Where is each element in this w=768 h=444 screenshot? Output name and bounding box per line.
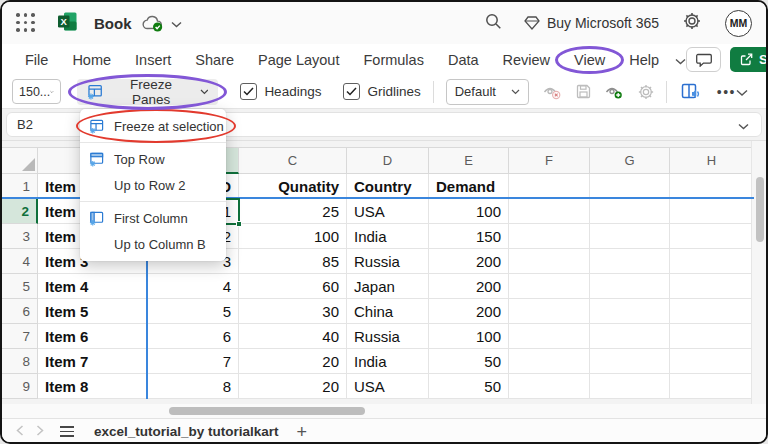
cell-C8[interactable]: 20 <box>239 349 347 374</box>
buy-microsoft-365-button[interactable]: Buy Microsoft 365 <box>524 15 659 31</box>
cell-G7[interactable] <box>590 324 670 349</box>
cell-H1[interactable] <box>670 174 754 199</box>
column-header-H[interactable]: H <box>670 147 754 174</box>
cell-C6[interactable]: 30 <box>239 299 347 324</box>
menu-chevron-down-icon[interactable] <box>675 51 686 69</box>
sheet-tab-active[interactable]: excel_tutorial_by tutorialkart <box>90 419 283 444</box>
search-icon[interactable] <box>485 13 502 34</box>
column-header-G[interactable]: G <box>590 147 670 174</box>
row-header-6[interactable]: 6 <box>2 299 38 324</box>
cell-D8[interactable]: India <box>347 349 429 374</box>
cell-H8[interactable] <box>670 349 754 374</box>
column-header-C[interactable]: C <box>239 147 347 174</box>
menu-item-freeze-at-selection[interactable]: Freeze at selection <box>80 113 226 139</box>
row-header-5[interactable]: 5 <box>2 274 38 299</box>
cell-C3[interactable]: 100 <box>239 224 347 249</box>
cell-E1[interactable]: Demand <box>429 174 509 199</box>
row-header-4[interactable]: 4 <box>2 249 38 274</box>
menu-tab-data[interactable]: Data <box>436 48 491 72</box>
cell-C4[interactable]: 85 <box>239 249 347 274</box>
sheet-nav-prev-icon[interactable] <box>16 424 24 439</box>
column-header-D[interactable]: D <box>347 147 429 174</box>
app-launcher-icon[interactable] <box>16 13 36 33</box>
column-header-F[interactable]: F <box>509 147 590 174</box>
headings-checkbox[interactable]: Headings <box>240 83 321 100</box>
formula-bar-chevron-icon[interactable] <box>738 116 749 134</box>
cell-C9[interactable]: 20 <box>239 374 347 399</box>
cell-G5[interactable] <box>590 274 670 299</box>
cell-A5[interactable]: Item 4 <box>38 274 147 299</box>
cell-A6[interactable]: Item 5 <box>38 299 147 324</box>
row-header-8[interactable]: 8 <box>2 349 38 374</box>
menu-item-first-column[interactable]: First Column <box>80 205 226 231</box>
cell-H9[interactable] <box>670 374 754 399</box>
cell-B8[interactable]: 7 <box>147 349 239 374</box>
cell-E8[interactable]: 50 <box>429 349 509 374</box>
new-sheet-view-icon[interactable] <box>605 84 624 100</box>
row-header-7[interactable]: 7 <box>2 324 38 349</box>
gridlines-checkbox[interactable]: Gridlines <box>343 83 420 100</box>
save-sheet-view-icon[interactable] <box>576 84 591 99</box>
cell-C2[interactable]: 25 <box>239 199 347 224</box>
cell-E2[interactable]: 100 <box>429 199 509 224</box>
row-header-3[interactable]: 3 <box>2 224 38 249</box>
menu-tab-page-layout[interactable]: Page Layout <box>246 48 351 72</box>
cell-C7[interactable]: 40 <box>239 324 347 349</box>
cell-A9[interactable]: Item 8 <box>38 374 147 399</box>
cell-D1[interactable]: Country <box>347 174 429 199</box>
sheet-nav-next-icon[interactable] <box>36 424 44 439</box>
menu-tab-review[interactable]: Review <box>491 48 563 72</box>
cell-F6[interactable] <box>509 299 590 324</box>
cell-D4[interactable]: Russia <box>347 249 429 274</box>
cell-G4[interactable] <box>590 249 670 274</box>
sheet-view-options-gear-icon[interactable] <box>638 84 654 100</box>
sheet-view-dropdown[interactable]: Default <box>446 79 529 105</box>
cell-F8[interactable] <box>509 349 590 374</box>
cell-B6[interactable]: 5 <box>147 299 239 324</box>
menu-item-up-to-row-2[interactable]: Up to Row 2 <box>80 172 226 198</box>
row-header-1[interactable]: 1 <box>2 174 38 199</box>
share-button[interactable]: Share <box>730 47 768 72</box>
cell-F3[interactable] <box>509 224 590 249</box>
collapse-ribbon-chevron-icon[interactable] <box>736 83 748 101</box>
cell-H5[interactable] <box>670 274 754 299</box>
cell-B7[interactable]: 6 <box>147 324 239 349</box>
vertical-scrollbar[interactable] <box>751 141 766 404</box>
cell-F1[interactable] <box>509 174 590 199</box>
menu-item-top-row[interactable]: Top Row <box>80 146 226 172</box>
freeze-panes-button[interactable]: Freeze Panes <box>77 79 218 105</box>
horizontal-scrollbar-thumb[interactable] <box>169 407 365 415</box>
cell-F5[interactable] <box>509 274 590 299</box>
menu-tab-view[interactable]: View <box>562 48 617 72</box>
cell-G3[interactable] <box>590 224 670 249</box>
title-chevron-down-icon[interactable] <box>171 14 182 32</box>
cell-D7[interactable]: Russia <box>347 324 429 349</box>
row-header-2[interactable]: 2 <box>2 199 38 224</box>
settings-gear-icon[interactable] <box>683 12 701 34</box>
cell-F2[interactable] <box>509 199 590 224</box>
menu-tab-home[interactable]: Home <box>60 48 123 72</box>
cell-E9[interactable]: 50 <box>429 374 509 399</box>
vertical-scrollbar-thumb[interactable] <box>756 177 764 242</box>
cell-C5[interactable]: 60 <box>239 274 347 299</box>
cell-H2[interactable] <box>670 199 754 224</box>
cell-A7[interactable]: Item 6 <box>38 324 147 349</box>
cell-A8[interactable]: Item 7 <box>38 349 147 374</box>
exit-sheet-view-icon[interactable] <box>543 84 562 100</box>
menu-tab-formulas[interactable]: Formulas <box>351 48 435 72</box>
cell-H4[interactable] <box>670 249 754 274</box>
cell-G6[interactable] <box>590 299 670 324</box>
cell-C1[interactable]: Qunatity <box>239 174 347 199</box>
cell-D5[interactable]: Japan <box>347 274 429 299</box>
row-header-9[interactable]: 9 <box>2 374 38 399</box>
cell-F9[interactable] <box>509 374 590 399</box>
menu-tab-file[interactable]: File <box>13 48 60 72</box>
read-aloud-book-icon[interactable] <box>681 83 701 100</box>
horizontal-scrollbar[interactable] <box>2 404 766 418</box>
cell-G8[interactable] <box>590 349 670 374</box>
comments-button[interactable] <box>686 47 721 72</box>
cell-B5[interactable]: 4 <box>147 274 239 299</box>
cell-G1[interactable] <box>590 174 670 199</box>
cell-E3[interactable]: 150 <box>429 224 509 249</box>
column-header-E[interactable]: E <box>429 147 509 174</box>
